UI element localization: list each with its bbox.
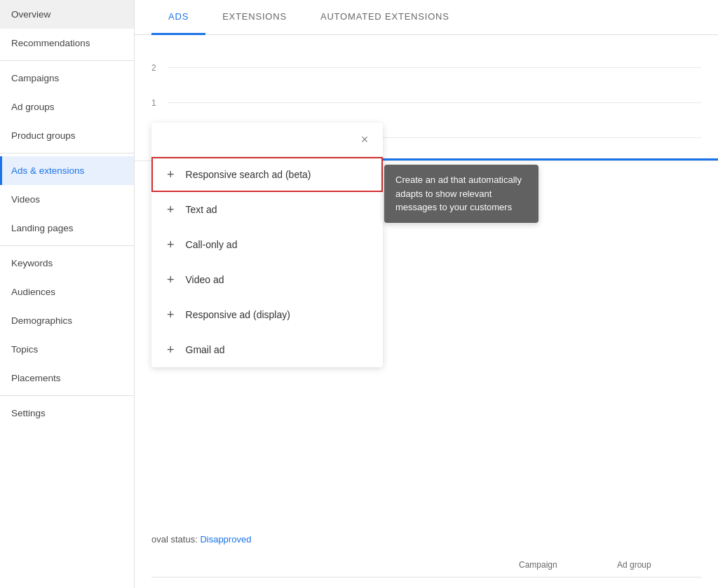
dropdown-item-label-text-ad: Text ad [186,204,217,215]
chart-y-label-1: 1 [151,98,156,108]
sidebar-item-overview[interactable]: Overview [0,0,134,29]
sidebar-item-demographics[interactable]: Demographics [0,306,134,335]
dropdown-item-video-ad[interactable]: +Video ad [151,262,383,297]
plus-icon-text-ad: + [167,203,175,216]
sidebar-item-topics[interactable]: Topics [0,335,134,364]
approval-status: oval status: Disapproved [151,526,701,553]
main-content: ADSEXTENSIONSAUTOMATED EXTENSIONS 2 1 × … [135,0,718,588]
sidebar-item-landing-pages[interactable]: Landing pages [0,214,134,242]
tab-ads[interactable]: ADS [151,0,205,35]
dropdown-item-call-only-ad[interactable]: +Call-only ad [151,227,383,262]
plus-icon-call-only-ad: + [167,238,175,251]
sidebar-item-keywords[interactable]: Keywords [0,249,134,278]
sidebar-item-recommendations[interactable]: Recommendations [0,29,134,57]
dropdown-item-label-gmail-ad: Gmail ad [186,344,225,355]
dropdown-container: × +Responsive search ad (beta)+Text ad+C… [151,123,538,367]
dropdown-item-label-call-only-ad: Call-only ad [186,239,238,250]
sidebar-item-campaigns[interactable]: Campaigns [0,64,134,93]
sidebar-item-ads-extensions[interactable]: Ads & extensions [0,156,134,185]
plus-icon-responsive-search-ad: + [167,168,175,181]
sidebar-divider-product-groups [0,153,134,153]
dropdown-item-responsive-search-ad[interactable]: +Responsive search ad (beta) [151,157,383,192]
table-header: Campaign Ad group [151,553,701,577]
dropdown-item-label-responsive-search-ad: Responsive search ad (beta) [186,169,311,180]
close-button[interactable]: × [355,130,374,149]
dropdown-item-label-video-ad: Video ad [186,274,224,285]
dropdown-item-text-ad[interactable]: +Text ad [151,192,383,227]
dropdown-item-gmail-ad[interactable]: +Gmail ad [151,332,383,367]
plus-icon-video-ad: + [167,273,175,286]
dropdown-menu: × +Responsive search ad (beta)+Text ad+C… [151,123,383,367]
sidebar-item-ad-groups[interactable]: Ad groups [0,93,134,121]
tab-bar: ADSEXTENSIONSAUTOMATED EXTENSIONS [135,0,718,35]
chart-y-label-2: 2 [151,63,156,73]
sidebar-item-settings[interactable]: Settings [0,399,134,428]
column-ad-group: Ad group [617,560,701,570]
sidebar-item-product-groups[interactable]: Product groups [0,121,134,150]
sidebar-item-placements[interactable]: Placements [0,364,134,392]
dropdown-header: × [151,123,383,157]
dropdown-item-label-responsive-ad-display: Responsive ad (display) [186,309,290,320]
plus-icon-gmail-ad: + [167,343,175,356]
content-area: oval status: Disapproved Campaign Ad gro… [135,526,718,577]
tab-extensions[interactable]: EXTENSIONS [205,0,304,35]
approval-prefix: oval status: [151,534,200,545]
sidebar-item-videos[interactable]: Videos [0,185,134,214]
approval-status-value: Disapproved [200,534,251,545]
tab-automated-extensions[interactable]: AUTOMATED EXTENSIONS [304,0,466,35]
sidebar-item-audiences[interactable]: Audiences [0,278,134,306]
column-campaign: Campaign [519,560,617,570]
sidebar: OverviewRecommendationsCampaignsAd group… [0,0,135,588]
tooltip-box: Create an ad that automatically adapts t… [384,165,538,223]
sidebar-divider-recommendations [0,60,134,61]
sidebar-divider-placements [0,395,134,396]
dropdown-item-responsive-ad-display[interactable]: +Responsive ad (display) [151,297,383,332]
plus-icon-responsive-ad-display: + [167,308,175,321]
sidebar-divider-landing-pages [0,245,134,246]
